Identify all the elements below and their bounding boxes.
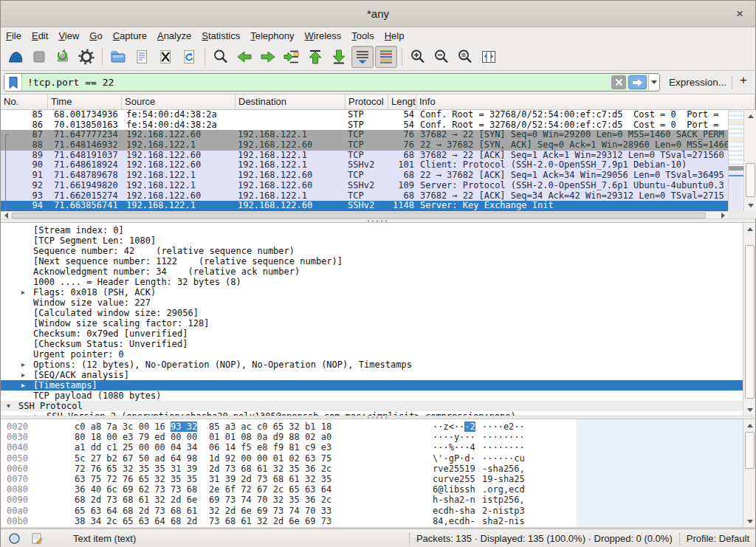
hex-row[interactable]: 008036 40 6c 69 62 73 73 682e 6f 72 67 2… (1, 484, 577, 495)
packet-row[interactable]: 8771.647777234192.168.122.60192.168.122.… (1, 130, 728, 140)
menu-item-file[interactable]: File (1, 29, 27, 43)
colorize-button[interactable] (375, 46, 397, 68)
detail-row[interactable]: ▸[Timestamps] (1, 380, 743, 391)
close-file-button[interactable] (154, 46, 176, 68)
detail-row[interactable]: ▸Options: (12 bytes), No-Operation (NOP)… (1, 359, 743, 370)
find-packet-button[interactable] (210, 46, 232, 68)
resize-columns-button[interactable] (478, 46, 500, 68)
hex-row[interactable]: 007063 75 72 76 65 32 35 3531 39 2d 73 6… (1, 474, 577, 484)
save-file-button[interactable] (131, 46, 153, 68)
menu-item-go[interactable]: Go (84, 29, 107, 43)
column-header-source[interactable]: Source (122, 94, 236, 109)
open-file-button[interactable] (107, 46, 129, 68)
menu-item-help[interactable]: Help (379, 29, 410, 43)
tree-collapsed-icon[interactable]: ▸ (21, 370, 33, 380)
scrollbar-thumb[interactable] (12, 213, 706, 219)
hex-row[interactable]: 00a065 63 64 68 2d 73 68 6132 2d 6e 69 7… (1, 506, 577, 516)
filter-apply-button[interactable] (628, 75, 647, 89)
detail-row[interactable]: ▸[SEQ/ACK analysis] (1, 370, 743, 380)
hex-row[interactable]: 003080 18 00 e3 79 ed 00 0001 01 08 0a d… (1, 432, 577, 442)
hex-row[interactable]: 006072 76 65 32 35 35 31 392d 73 68 61 3… (1, 464, 577, 474)
scroll-up-arrow-icon[interactable] (743, 223, 755, 235)
zoom-original-button[interactable] (454, 46, 476, 68)
menu-item-tools[interactable]: Tools (346, 29, 379, 43)
go-to-packet-button[interactable] (281, 46, 303, 68)
go-to-bottom-button[interactable] (328, 46, 350, 68)
packet-list-hscrollbar[interactable] (1, 211, 728, 219)
go-to-top-button[interactable] (304, 46, 326, 68)
zoom-out-button[interactable] (430, 46, 453, 68)
packet-list-vscrollbar[interactable] (743, 110, 756, 211)
detail-row[interactable]: Acknowledgment number: 34 (relative ack … (1, 266, 743, 277)
menu-item-wireless[interactable]: Wireless (300, 29, 347, 43)
detail-row[interactable]: [TCP Segment Len: 1080] (1, 235, 743, 246)
tree-collapsed-icon[interactable]: ▸ (21, 359, 33, 370)
scrollbar-thumb[interactable] (745, 432, 755, 469)
detail-row[interactable]: [Calculated window size: 29056] (1, 308, 743, 318)
hex-row[interactable]: 0020c0 a8 7a 3c 00 16 93 3285 a3 ac c0 6… (1, 422, 577, 432)
go-forward-button[interactable] (257, 46, 279, 68)
detail-row[interactable]: ▾SSH Protocol (1, 401, 743, 411)
zoom-in-button[interactable] (407, 46, 429, 68)
packet-row[interactable]: 8568.001734936fe:54:00:d4:38:2aSTP54Conf… (1, 110, 728, 120)
column-header-protocol[interactable]: Protocol (346, 94, 388, 109)
scroll-up-arrow-icon[interactable] (744, 110, 756, 122)
expression-button[interactable]: Expression... (669, 77, 726, 88)
detail-row[interactable]: Checksum: 0x79ed [unverified] (1, 328, 743, 339)
detail-row[interactable]: Sequence number: 42 (relative sequence n… (1, 246, 743, 256)
menu-item-view[interactable]: View (53, 29, 84, 43)
filter-history-dropdown[interactable] (648, 75, 659, 90)
restart-capture-button[interactable] (52, 46, 74, 68)
capture-comment-button[interactable] (31, 532, 44, 545)
packet-row[interactable]: 9271.661949820192.168.122.1192.168.122.6… (1, 181, 728, 191)
detail-row[interactable]: [Next sequence number: 1122 (relative se… (1, 256, 743, 266)
column-header-info[interactable]: Info (416, 94, 755, 109)
packet-row[interactable]: 8670.013850163fe:54:00:d4:38:2aSTP54Conf… (1, 120, 728, 131)
tree-collapsed-icon[interactable]: ▸ (21, 287, 33, 297)
detail-row[interactable]: TCP payload (1080 bytes) (1, 391, 743, 401)
details-vscrollbar[interactable] (743, 223, 755, 416)
detail-row[interactable]: [Window size scaling factor: 128] (1, 318, 743, 328)
close-window-button[interactable]: × (732, 6, 748, 22)
detail-row[interactable]: Window size value: 227 (1, 297, 743, 308)
menu-item-edit[interactable]: Edit (27, 29, 53, 43)
detail-row[interactable]: 1000 .... = Header Length: 32 bytes (8) (1, 277, 743, 287)
scrollbar-thumb[interactable] (745, 245, 755, 399)
hex-row[interactable]: 009068 2d 73 68 61 32 2d 6e69 73 74 70 3… (1, 495, 577, 505)
column-header-destination[interactable]: Destination (236, 94, 346, 109)
column-header-no[interactable]: No. (1, 94, 48, 109)
filter-bookmark-button[interactable] (4, 74, 22, 91)
expert-info-button[interactable] (8, 532, 21, 545)
scroll-down-arrow-icon[interactable] (743, 515, 755, 527)
add-filter-button[interactable]: + (740, 73, 747, 88)
bytes-vscrollbar[interactable] (743, 419, 755, 527)
packet-row[interactable]: 9371.662015274192.168.122.60192.168.122.… (1, 191, 728, 202)
capture-options-button[interactable] (75, 46, 97, 68)
scroll-up-arrow-icon[interactable] (743, 419, 755, 431)
column-header-time[interactable]: Time (48, 94, 122, 109)
packet-row[interactable]: 9071.648618924192.168.122.60192.168.122.… (1, 160, 728, 171)
detail-row[interactable]: ▸Flags: 0x018 (PSH, ACK) (1, 287, 743, 297)
menu-item-statistics[interactable]: Statistics (196, 29, 245, 43)
packet-row[interactable]: 8871.648146932192.168.122.1192.168.122.6… (1, 140, 728, 151)
go-back-button[interactable] (233, 46, 255, 68)
profile-status[interactable]: Profile: Default (687, 533, 749, 544)
hex-row[interactable]: 0040a1 dd c1 25 00 00 04 3406 14 f5 e8 f… (1, 442, 577, 453)
reload-file-button[interactable] (178, 46, 200, 68)
filter-input[interactable]: !tcp.port == 22 (22, 77, 611, 88)
start-capture-button[interactable] (4, 46, 27, 68)
scroll-down-arrow-icon[interactable] (744, 199, 756, 211)
scroll-down-arrow-icon[interactable] (743, 404, 755, 416)
tree-collapsed-icon[interactable]: ▸ (21, 380, 33, 391)
detail-row[interactable]: [Checksum Status: Unverified] (1, 339, 743, 349)
packet-row[interactable]: 8971.648191037192.168.122.60192.168.122.… (1, 151, 728, 161)
detail-row[interactable]: Urgent pointer: 0 (1, 349, 743, 359)
packet-row[interactable]: 9471.663856741192.168.122.1192.168.122.6… (1, 201, 728, 211)
hex-row[interactable]: 00505c 27 b2 67 50 ad 64 981d 92 00 00 0… (1, 453, 577, 464)
column-header-length[interactable]: Length (388, 94, 416, 109)
menu-item-analyze[interactable]: Analyze (152, 29, 196, 43)
scrollbar-thumb[interactable] (746, 163, 755, 197)
stop-capture-button[interactable] (28, 46, 50, 68)
filter-clear-button[interactable] (611, 75, 626, 89)
menu-item-telephony[interactable]: Telephony (245, 29, 299, 43)
